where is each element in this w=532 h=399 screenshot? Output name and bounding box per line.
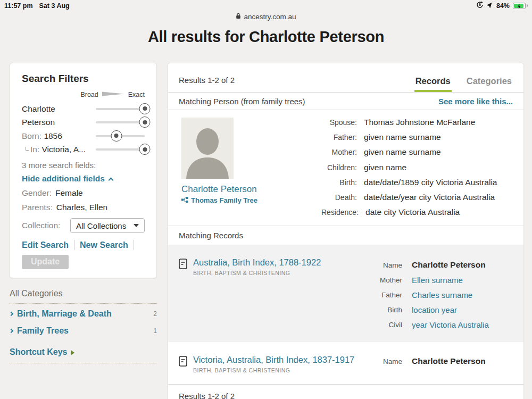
slider-track — [96, 121, 145, 123]
person-tree-link[interactable]: Thomas Family Tree — [181, 196, 257, 204]
slider-track — [96, 148, 145, 151]
status-bar: 11:57 pm Sat 3 Aug 84% — [0, 0, 532, 10]
tab-categories[interactable]: Categories — [466, 76, 513, 92]
detail-value: date/date/year city Victoria Australia — [364, 193, 495, 202]
battery-icon — [513, 3, 526, 9]
chevron-right-icon — [9, 328, 13, 332]
detail-row: Children:given name — [321, 160, 519, 175]
page-title: All results for Charlotte Peterson — [0, 28, 532, 46]
matching-records-heading: Matching Records — [168, 226, 523, 245]
family-tree-icon — [181, 196, 188, 204]
sub-field-corner-icon — [26, 147, 29, 151]
matching-person-card: Charlotte Peterson Thomas Family Tree Sp… — [168, 110, 523, 226]
filter-row-born-in: In: Victoria, A... — [22, 143, 145, 157]
results-panel: Results 1-2 of 2 Records Categories Matc… — [168, 63, 524, 399]
detail-label: Spouse: — [321, 118, 357, 127]
chevron-right-icon — [9, 311, 13, 315]
record-field-row: FatherCharles surname — [368, 287, 513, 302]
born-label: Born: — [22, 131, 41, 141]
gender-row: Gender:Female — [22, 188, 145, 198]
field-value-link[interactable]: Ellen surname — [412, 276, 463, 285]
collection-selected-value: All Collections — [76, 221, 126, 230]
detail-value: given name — [364, 163, 406, 172]
firstname-slider[interactable] — [96, 103, 145, 115]
category-link-family-trees[interactable]: Family Trees — [10, 326, 69, 336]
detail-label: Death: — [321, 193, 357, 202]
slider-knob[interactable] — [139, 144, 151, 155]
detail-row: Death:date/date/year city Victoria Austr… — [321, 190, 519, 205]
born-value: 1856 — [44, 131, 62, 141]
clock: 11:57 pm — [4, 2, 33, 10]
slider-knob[interactable] — [139, 103, 151, 114]
hide-additional-fields-link[interactable]: Hide additional fields — [22, 174, 145, 184]
detail-label: Residence: — [321, 208, 359, 217]
detail-value: Thomas Johnstone McFarlane — [364, 118, 475, 127]
category-row-family-trees: Family Trees 1 — [10, 323, 157, 338]
field-value-link[interactable]: location year — [412, 305, 457, 314]
born-slider[interactable] — [96, 130, 145, 143]
detail-value: date/date/1859 city Victoria Australia — [364, 178, 497, 187]
field-value: Charlotte Peterson — [412, 356, 486, 366]
document-icon — [179, 355, 187, 369]
in-value: Victoria, A... — [42, 145, 86, 154]
detail-value: date city Victoria Australia — [365, 207, 460, 217]
detail-value: given name surname — [364, 147, 441, 157]
filter-firstname-value: Charlotte — [22, 104, 96, 114]
detail-label: Children: — [321, 163, 357, 172]
tab-records[interactable]: Records — [414, 76, 452, 92]
field-label: Name — [368, 261, 402, 269]
collection-label: Collection: — [22, 221, 60, 230]
record-field-row: NameCharlotte Peterson — [368, 354, 513, 369]
person-tree-label: Thomas Family Tree — [191, 196, 257, 204]
gender-value: Female — [55, 188, 83, 197]
detail-label: Birth: — [321, 178, 357, 187]
gender-label: Gender: — [22, 188, 52, 197]
detail-label: Father: — [321, 133, 357, 142]
matching-person-header: Matching Person (from family trees) See … — [168, 93, 523, 110]
separator — [134, 240, 134, 250]
shortcut-keys-link[interactable]: Shortcut Keys — [10, 347, 157, 363]
field-value-link[interactable]: Charles surname — [412, 290, 472, 300]
field-value-link[interactable]: year Victoria Australia — [412, 320, 489, 329]
record-subtitle: BIRTH, BAPTISM & CHRISTENING — [193, 367, 354, 373]
ssl-lock-icon — [236, 13, 241, 21]
collection-select[interactable]: All Collections — [70, 218, 145, 233]
record-subtitle: BIRTH, BAPTISM & CHRISTENING — [193, 270, 321, 276]
record-title-link[interactable]: Victoria, Australia, Birth Index, 1837-1… — [193, 355, 354, 364]
slider-track — [96, 108, 145, 110]
detail-row: Birth:date/date/1859 city Victoria Austr… — [321, 175, 519, 190]
born-in-slider[interactable] — [96, 143, 145, 156]
triangle-right-icon — [71, 350, 74, 355]
location-icon — [487, 2, 493, 10]
results-header: Results 1-2 of 2 Records Categories — [168, 63, 523, 93]
update-button[interactable]: Update — [22, 255, 69, 269]
person-name-link[interactable]: Charlotte Peterson — [181, 184, 257, 195]
slider-knob[interactable] — [111, 130, 122, 142]
categories-title: All Categories — [10, 289, 157, 304]
new-search-link[interactable]: New Search — [80, 240, 128, 250]
edit-search-link[interactable]: Edit Search — [22, 240, 69, 250]
record-title-link[interactable]: Australia, Birth Index, 1788-1922 — [193, 257, 321, 267]
wedge-icon — [102, 91, 124, 98]
results-summary-bottom: Results 1-2 of 2 — [168, 385, 523, 399]
record-fields: NameCharlotte Peterson MotherEllen surna… — [368, 257, 513, 342]
parents-row: Parents:Charles, Ellen — [22, 203, 145, 212]
shortcut-keys-label: Shortcut Keys — [10, 347, 67, 357]
collection-row: Collection: All Collections — [22, 218, 145, 233]
category-count: 1 — [153, 327, 157, 335]
browser-url-bar[interactable]: ancestry.com.au — [0, 12, 532, 21]
person-silhouette-photo[interactable] — [181, 118, 234, 179]
field-label: Name — [368, 358, 402, 365]
more-search-fields-note: 3 more search fields: — [22, 161, 145, 170]
in-label: In: — [30, 145, 39, 154]
slider-knob[interactable] — [139, 117, 151, 128]
lastname-slider[interactable] — [96, 116, 145, 129]
category-link-birth-marriage-death[interactable]: Birth, Marriage & Death — [10, 309, 112, 319]
category-row-bmd: Birth, Marriage & Death 2 — [10, 306, 157, 321]
see-more-like-this-link[interactable]: See more like this... — [438, 97, 513, 106]
field-label: Birth — [368, 306, 402, 314]
category-label: Birth, Marriage & Death — [17, 309, 112, 319]
field-label: Father — [368, 291, 402, 299]
detail-row: Residence:date city Victoria Australia — [321, 205, 519, 220]
filter-lastname-value: Peterson — [22, 118, 96, 127]
